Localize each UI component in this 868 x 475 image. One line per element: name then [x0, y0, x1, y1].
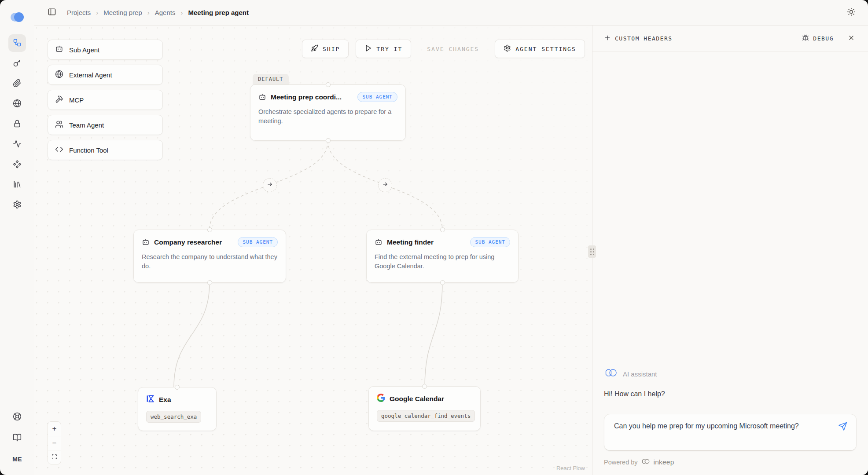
sub-agent-badge: SUB AGENT: [470, 237, 510, 247]
node-google-calendar-tool[interactable]: Google Calendar google_calendar_find_eve…: [368, 386, 481, 431]
sidebar-item-security[interactable]: [8, 115, 26, 133]
node-title: Exa: [159, 396, 171, 404]
try-it-button-label: TRY IT: [376, 46, 402, 52]
panel-toggle-button[interactable]: [46, 6, 58, 19]
flow-canvas[interactable]: Sub Agent External Agent MCP Team Agent: [34, 26, 592, 475]
sidebar-item-credentials[interactable]: [8, 75, 26, 92]
node-title: Google Calendar: [390, 395, 444, 403]
sidebar-item-components[interactable]: [8, 156, 26, 173]
node-handle-top[interactable]: [207, 227, 212, 232]
node-handle-bottom[interactable]: [207, 280, 212, 285]
node-meeting-finder[interactable]: Meeting finder SUB AGENT Find the extern…: [366, 230, 519, 283]
breadcrumb-separator: ›: [180, 9, 183, 16]
help-button[interactable]: [8, 408, 26, 426]
node-handle-top[interactable]: [422, 384, 427, 389]
breadcrumb-projects[interactable]: Projects: [67, 9, 91, 16]
react-flow-attribution[interactable]: React Flow: [556, 465, 585, 471]
save-changes-button[interactable]: SAVE CHANGES: [418, 40, 488, 58]
hammer-icon: [55, 95, 63, 105]
node-exa-tool[interactable]: Exa web_search_exa: [138, 387, 217, 431]
theme-toggle-button[interactable]: [845, 6, 857, 19]
node-handle-bottom[interactable]: [326, 138, 331, 143]
user-menu-button[interactable]: ME: [8, 450, 26, 468]
tool-name-pill: google_calendar_find_events: [377, 410, 475, 422]
sidebar-item-settings[interactable]: [8, 196, 26, 214]
palette-item-team-agent[interactable]: Team Agent: [48, 115, 163, 135]
gear-icon: [504, 44, 511, 53]
send-button[interactable]: [837, 421, 848, 433]
palette-item-sub-agent[interactable]: Sub Agent: [48, 40, 163, 60]
node-meeting-prep-coordinator[interactable]: Meeting prep coordi... SUB AGENT Orchest…: [250, 84, 406, 141]
powered-by-label: Powered by: [604, 459, 638, 466]
node-palette: Sub Agent External Agent MCP Team Agent: [48, 40, 163, 160]
palette-item-mcp[interactable]: MCP: [48, 90, 163, 110]
try-it-button[interactable]: TRY IT: [356, 40, 411, 58]
ship-button[interactable]: SHIP: [302, 40, 349, 58]
agent-settings-button[interactable]: AGENT SETTINGS: [495, 40, 585, 58]
node-title: Company researcher: [154, 238, 222, 246]
arrow-right-icon: [267, 181, 273, 189]
node-handle-top[interactable]: [175, 385, 180, 390]
node-title: Meeting prep coordi...: [271, 93, 342, 101]
arrow-right-icon: [382, 181, 388, 189]
app-window: ME Projects › Meeting prep › Agents › Me…: [0, 0, 868, 475]
close-panel-button[interactable]: [846, 33, 857, 44]
sidebar-item-keys[interactable]: [8, 55, 26, 72]
palette-item-label: MCP: [69, 96, 84, 104]
zoom-out-button[interactable]: −: [48, 436, 61, 450]
breadcrumb-separator: ›: [96, 9, 98, 16]
sidebar-nav: [8, 34, 26, 214]
play-icon: [364, 44, 372, 53]
content-area: Sub Agent External Agent MCP Team Agent: [34, 26, 868, 475]
edge-transfer-badge[interactable]: [378, 178, 392, 192]
assistant-message: Hi! How can I help?: [604, 390, 857, 398]
panel-resize-handle[interactable]: [588, 245, 596, 258]
docs-button[interactable]: [8, 429, 26, 447]
assistant-header: AI assistant: [604, 368, 857, 380]
tool-name-pill: web_search_exa: [146, 411, 201, 423]
sub-agent-badge: SUB AGENT: [238, 237, 278, 247]
powered-by-link[interactable]: Powered by inkeep: [604, 458, 857, 466]
breadcrumb-separator: ›: [147, 9, 150, 16]
debug-button[interactable]: DEBUG: [802, 34, 834, 43]
node-company-researcher[interactable]: Company researcher SUB AGENT Research th…: [133, 230, 286, 283]
palette-item-function-tool[interactable]: Function Tool: [48, 140, 163, 160]
debug-label: DEBUG: [813, 35, 834, 42]
library-icon: [13, 180, 22, 190]
chat-input[interactable]: Can you help me prep for my upcoming Mic…: [614, 421, 803, 444]
custom-headers-button[interactable]: CUSTOM HEADERS: [604, 34, 673, 43]
palette-item-external-agent[interactable]: External Agent: [48, 65, 163, 85]
canvas-toolbar: SHIP TRY IT SAVE CHANGES AGENT SETTINGS: [302, 40, 585, 58]
palette-item-label: Sub Agent: [69, 46, 99, 54]
sidebar-item-agents[interactable]: [8, 34, 26, 52]
bug-icon: [802, 34, 809, 43]
panel-left-icon: [48, 7, 56, 18]
lock-icon: [13, 119, 22, 129]
edge-transfer-badge[interactable]: [263, 178, 277, 192]
life-buoy-icon: [13, 412, 22, 422]
breadcrumb-project[interactable]: Meeting prep: [103, 9, 142, 16]
avatar: ME: [12, 456, 22, 463]
chat-panel: CUSTOM HEADERS DEBUG: [592, 26, 868, 475]
send-icon: [838, 426, 847, 432]
node-handle-top[interactable]: [326, 82, 331, 87]
bot-icon: [375, 238, 383, 246]
node-handle-bottom[interactable]: [440, 280, 445, 285]
palette-item-label: Function Tool: [69, 146, 108, 154]
activity-icon: [13, 139, 22, 150]
node-handle-top[interactable]: [440, 227, 445, 232]
sidebar-item-external[interactable]: [8, 95, 26, 113]
fit-view-button[interactable]: [48, 450, 61, 464]
chat-body: AI assistant Hi! How can I help? Can you…: [592, 51, 868, 475]
palette-item-label: External Agent: [69, 71, 112, 79]
breadcrumb-agents[interactable]: Agents: [155, 9, 176, 16]
icon-sidebar: ME: [0, 0, 34, 475]
sidebar-item-library[interactable]: [8, 176, 26, 194]
sidebar-item-activity[interactable]: [8, 135, 26, 153]
node-description: Research the company to understand what …: [142, 252, 278, 271]
users-icon: [55, 120, 63, 130]
zoom-controls: + −: [48, 421, 61, 464]
zoom-in-button[interactable]: +: [48, 422, 61, 436]
inkeep-wordmark: inkeep: [654, 458, 674, 466]
assistant-name: AI assistant: [623, 370, 657, 378]
